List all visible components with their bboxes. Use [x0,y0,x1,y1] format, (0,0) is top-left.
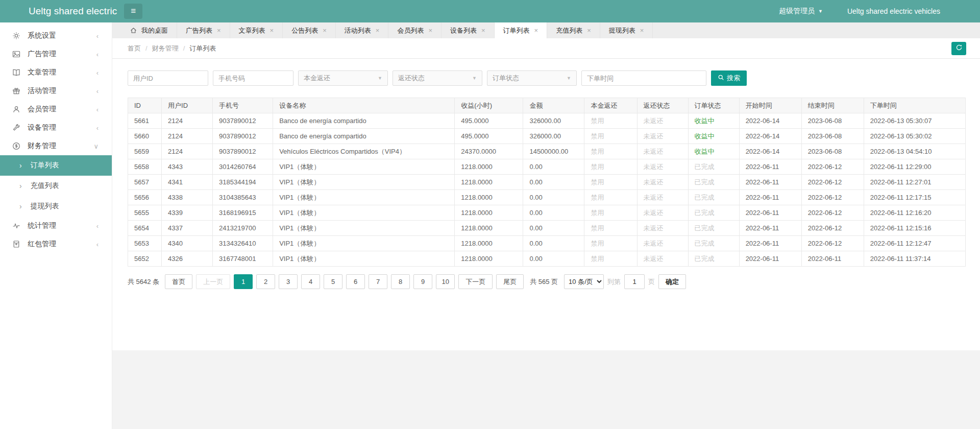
order-status-badge: 已完成 [695,163,715,171]
cell-return-status: 未返还 [637,175,688,190]
close-icon[interactable]: × [217,27,221,34]
cell-end: 2022-06-11 [801,251,864,267]
tab-article-list[interactable]: 文章列表 × [230,22,283,38]
cell-end: 2022-06-12 [801,236,864,251]
gear-icon [12,32,20,40]
order-status-select[interactable]: 订单状态 ▼ [487,70,577,86]
sidebar-subitem-withdraw-list[interactable]: › 提现列表 [0,196,112,217]
sidebar-item-system-settings[interactable]: 系统设置 ‹ [0,27,112,45]
tab-label: 公告列表 [291,26,318,35]
tab-withdraw-list[interactable]: 提现列表 × [600,22,653,38]
close-icon[interactable]: × [270,27,274,34]
sidebar-item-device-management[interactable]: 设备管理 ‹ [0,118,112,137]
pulse-icon [12,222,20,230]
close-icon[interactable]: × [323,27,327,34]
sidebar-item-member-management[interactable]: 会员管理 ‹ [0,100,112,118]
sidebar-item-ad-management[interactable]: 广告管理 ‹ [0,45,112,63]
search-button[interactable]: 搜索 [711,70,747,86]
tab-member-list[interactable]: 会员列表 × [388,22,442,38]
first-page-button[interactable]: 首页 [165,274,192,289]
tab-ad-list[interactable]: 广告列表 × [177,22,230,38]
sidebar-subitem-recharge-list[interactable]: › 充值列表 [0,176,112,196]
last-page-button[interactable]: 尾页 [496,274,524,289]
page-button-10[interactable]: 10 [436,274,455,289]
cell-end: 2022-06-12 [801,190,864,205]
chevron-down-icon: ▼ [472,76,477,81]
cell-end: 2023-06-08 [801,113,864,129]
pagination-total-pages: 共 565 页 [530,277,558,287]
confirm-button[interactable]: 确定 [658,274,686,289]
chevron-left-icon: ‹ [96,241,99,248]
page-button-5[interactable]: 5 [324,274,342,289]
tab-notice-list[interactable]: 公告列表 × [283,22,336,38]
cell-user-id: 2124 [162,144,213,159]
cell-profit: 1218.0000 [455,221,523,236]
sidebar-item-redpacket-management[interactable]: 红包管理 ‹ [0,235,112,253]
page-button-4[interactable]: 4 [301,274,320,289]
cell-id: 5653 [128,236,162,251]
cell-return-status: 未返还 [637,190,688,205]
sidebar-item-label: 活动管理 [28,86,96,96]
content-panel: 本金返还 ▼ 返还状态 ▼ 订单状态 ▼ 搜索 [112,59,980,350]
close-icon[interactable]: × [376,27,380,34]
tab-desktop[interactable]: 我的桌面 [121,22,177,38]
cell-user-id: 4339 [162,205,213,221]
close-icon[interactable]: × [481,27,485,34]
cell-amount: 0.00 [523,159,584,175]
chevron-left-icon: ‹ [96,69,99,77]
close-icon[interactable]: × [534,27,538,34]
order-status-badge: 收益中 [695,148,715,155]
breadcrumb-separator: / [183,44,185,52]
page-size-select[interactable]: 10 条/页 [564,274,604,289]
header-right: 超级管理员 ▼ Ueltg shared electric vehicles [779,7,980,16]
page-button-7[interactable]: 7 [369,274,387,289]
next-page-button[interactable]: 下一页 [458,274,493,289]
cell-created: 2022-06-11 12:15:16 [864,221,965,236]
order-time-input[interactable] [581,70,706,86]
page-button-6[interactable]: 6 [346,274,365,289]
sidebar-item-statistics-management[interactable]: 统计管理 ‹ [0,217,112,235]
refresh-button[interactable] [951,42,966,55]
return-status-select[interactable]: 返还状态 ▼ [393,70,482,86]
sidebar-item-article-management[interactable]: 文章管理 ‹ [0,63,112,82]
sidebar-item-activity-management[interactable]: 活动管理 ‹ [0,82,112,100]
sidebar-item-finance-management[interactable]: 财务管理 ∨ [0,137,112,155]
close-icon[interactable]: × [640,27,644,34]
tab-order-list[interactable]: 订单列表 × [495,22,548,38]
red-packet-icon [12,240,20,248]
close-icon[interactable]: × [428,27,432,34]
sidebar-subitem-order-list[interactable]: › 订单列表 [0,155,112,176]
prev-page-button[interactable]: 上一页 [196,274,230,289]
breadcrumb-home[interactable]: 首页 [128,44,141,53]
close-icon[interactable]: × [587,27,591,34]
page-button-8[interactable]: 8 [391,274,410,289]
col-profit: 收益(小时) [455,98,523,113]
sidebar-toggle-button[interactable]: ≡ [124,4,142,19]
cell-start: 2022-06-14 [739,113,801,129]
col-amount: 金额 [523,98,584,113]
cell-principal: 禁用 [584,175,637,190]
page-button-2[interactable]: 2 [256,274,275,289]
pagination-bar: 共 5642 条 首页 上一页 1 2 3 4 5 6 7 8 9 10 下一页… [128,274,966,289]
cell-user-id: 4338 [162,190,213,205]
goto-page-input[interactable] [624,274,645,289]
page-button-3[interactable]: 3 [279,274,298,289]
chevron-left-icon: ‹ [96,32,99,40]
sidebar-item-label: 系统设置 [28,31,96,40]
breadcrumb-finance[interactable]: 财务管理 [152,44,179,53]
tab-activity-list[interactable]: 活动列表 × [336,22,389,38]
col-device: 设备名称 [273,98,455,113]
cell-id: 5655 [128,205,162,221]
cell-end: 2022-06-12 [801,159,864,175]
cell-return-status: 未返还 [637,205,688,221]
tab-device-list[interactable]: 设备列表 × [442,22,495,38]
principal-return-select[interactable]: 本金返还 ▼ [298,70,388,86]
chevron-right-icon: › [19,182,22,190]
phone-input[interactable] [213,70,293,86]
tab-recharge-list[interactable]: 充值列表 × [547,22,600,38]
page-button-9[interactable]: 9 [413,274,432,289]
user-id-input[interactable] [128,70,208,86]
cell-device: VIP1（体験） [273,205,455,221]
admin-dropdown[interactable]: 超级管理员 ▼ [779,7,823,16]
page-button-1[interactable]: 1 [234,274,253,289]
